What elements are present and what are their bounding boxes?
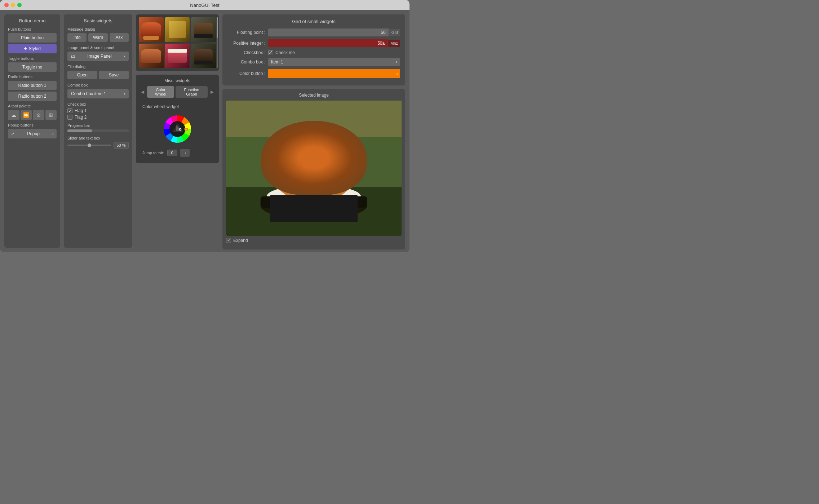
- jump-to-tab-button[interactable]: →: [180, 149, 190, 157]
- image-cell-4[interactable]: [139, 44, 164, 68]
- combo-box-widget[interactable]: Item 1 ›: [268, 58, 400, 66]
- traffic-lights: [4, 3, 22, 7]
- tab-color-wheel[interactable]: Color Wheel: [147, 86, 174, 98]
- color-btn-arrow: ›: [397, 71, 398, 76]
- combo-box-widget-text: Item 1: [271, 59, 283, 65]
- color-wheel-svg[interactable]: [161, 113, 194, 145]
- color-button-widget[interactable]: ›: [268, 69, 400, 78]
- tool-play-button[interactable]: ⏩: [21, 110, 32, 120]
- scroll-indicator[interactable]: [217, 17, 218, 68]
- window-title: NanoGUI Test: [190, 3, 219, 8]
- grid-widgets-panel: Grid of small widgets Floating point : G…: [222, 14, 405, 85]
- popup-button[interactable]: ↗ Popup ›: [8, 129, 57, 138]
- color-button-row: Color button : ›: [227, 69, 400, 78]
- file-buttons: Open Save: [67, 71, 129, 79]
- main-content: Button demo Push buttons Plain button ✈ …: [0, 10, 410, 252]
- selected-image-container: [226, 101, 402, 236]
- slider-thumb[interactable]: [88, 143, 91, 147]
- svg-point-14: [283, 149, 320, 174]
- push-buttons-label: Push buttons: [8, 27, 57, 31]
- expand-row: ✓ Expand: [226, 238, 402, 243]
- svg-rect-16: [261, 196, 367, 208]
- svg-point-15: [307, 162, 339, 181]
- image-grid-panel: [136, 14, 219, 71]
- jump-to-tab-row: Jump to tab: 0 →: [142, 149, 212, 157]
- tool-palette-label: A tool palette: [8, 104, 57, 108]
- selected-image-title: Selected image: [226, 93, 402, 98]
- flag2-checkbox[interactable]: [67, 115, 72, 120]
- tab-next-arrow[interactable]: ▶: [209, 89, 215, 95]
- image-cell-3[interactable]: [191, 17, 216, 42]
- image-panel-button[interactable]: 🗂 Image Panel ›: [67, 52, 129, 61]
- floating-point-input[interactable]: [268, 28, 389, 36]
- combo-box-row-widget: Combo box : Item 1 ›: [227, 58, 400, 66]
- minimize-button[interactable]: [11, 3, 15, 7]
- image-grid: [139, 17, 216, 68]
- misc-widgets-title: Misc. widgets: [140, 78, 215, 83]
- plain-button[interactable]: Plain button: [8, 33, 57, 43]
- grid-checkbox[interactable]: ✓: [268, 50, 273, 55]
- basic-widgets-title: Basic widgets: [67, 18, 129, 23]
- flag1-row: ✓ Flag 1: [67, 108, 129, 113]
- progress-bar-fill: [67, 129, 92, 132]
- misc-widgets-panel: Misc. widgets ◀ Color Wheel Function Gra…: [136, 75, 219, 163]
- svg-rect-8: [226, 187, 402, 235]
- svg-point-11: [267, 185, 361, 208]
- image-cell-1[interactable]: [139, 17, 164, 42]
- radio-button-2[interactable]: Radio button 2: [8, 92, 57, 101]
- file-dialog-label: File dialog: [67, 65, 129, 69]
- maximize-button[interactable]: [17, 3, 22, 7]
- tool-cloud-button[interactable]: ☁: [8, 110, 19, 120]
- flag1-label: Flag 1: [75, 108, 87, 113]
- flag1-checkbox[interactable]: ✓: [67, 108, 72, 113]
- image-cell-5[interactable]: [165, 44, 190, 68]
- image-cell-6[interactable]: [191, 44, 216, 68]
- image-panel-text: Image Panel: [87, 54, 111, 59]
- expand-checkbox[interactable]: ✓: [226, 238, 231, 243]
- color-wheel-widget-label: Color wheel widget: [142, 104, 212, 109]
- slider-row: 50 %: [67, 142, 129, 149]
- open-button[interactable]: Open: [67, 71, 97, 79]
- warn-button[interactable]: Warn: [88, 33, 107, 42]
- radio-button-1[interactable]: Radio button 1: [8, 81, 57, 90]
- tab-prev-arrow[interactable]: ◀: [140, 89, 146, 95]
- info-button[interactable]: Info: [67, 33, 87, 42]
- jump-to-tab-input[interactable]: 0: [167, 150, 177, 156]
- tool-circle-button[interactable]: ⊘: [33, 110, 44, 120]
- tab-function-graph[interactable]: Function Graph: [176, 86, 208, 98]
- popup-btn-label: Popup: [27, 131, 40, 136]
- svg-point-10: [261, 192, 367, 220]
- positive-integer-input-group: Mhz: [268, 39, 400, 47]
- slider-value[interactable]: 50 %: [114, 142, 129, 149]
- selected-image-panel: Selected image: [222, 89, 405, 249]
- slider-section-label: Slider and text box: [67, 136, 129, 140]
- basic-widgets-panel: Basic widgets Message dialog Info Warn A…: [64, 14, 132, 248]
- positive-integer-input[interactable]: [268, 39, 388, 47]
- slider-track[interactable]: [67, 145, 111, 146]
- tool-palette: ☁ ⏩ ⊘ ⊞: [8, 110, 57, 120]
- popup-btn-icon: ↗: [11, 131, 14, 136]
- positive-integer-unit: Mhz: [388, 40, 400, 47]
- floating-point-unit: GiB: [389, 29, 400, 36]
- ask-button[interactable]: Ask: [110, 33, 129, 42]
- large-sushi-image: [226, 101, 402, 236]
- image-cell-2[interactable]: [165, 17, 190, 42]
- color-wheel-container[interactable]: [142, 113, 212, 145]
- popup-btn-arrow: ›: [52, 131, 54, 136]
- combo-box-text: Combo box item 1: [71, 91, 106, 96]
- checkbox-widget-row: ✓ Check me: [268, 50, 295, 55]
- tool-download-button[interactable]: ⊞: [45, 110, 57, 120]
- toggle-me-button[interactable]: Toggle me: [8, 62, 57, 72]
- floating-point-input-group: GiB: [268, 28, 400, 36]
- styled-button[interactable]: ✈ Styled: [8, 44, 57, 53]
- close-button[interactable]: [4, 3, 9, 7]
- tab-row: ◀ Color Wheel Function Graph ▶: [140, 86, 215, 98]
- grid-check-icon: ✓: [269, 50, 273, 56]
- color-button-label: Color button :: [227, 71, 265, 76]
- titlebar: NanoGUI Test: [0, 0, 410, 10]
- flag1-check-icon: ✓: [68, 109, 72, 113]
- save-button[interactable]: Save: [99, 71, 129, 79]
- checkbox-widget-label: Checkbox :: [227, 50, 265, 55]
- combo-box-button[interactable]: Combo box item 1 ›: [67, 89, 129, 98]
- image-panel-arrow: ›: [124, 54, 125, 59]
